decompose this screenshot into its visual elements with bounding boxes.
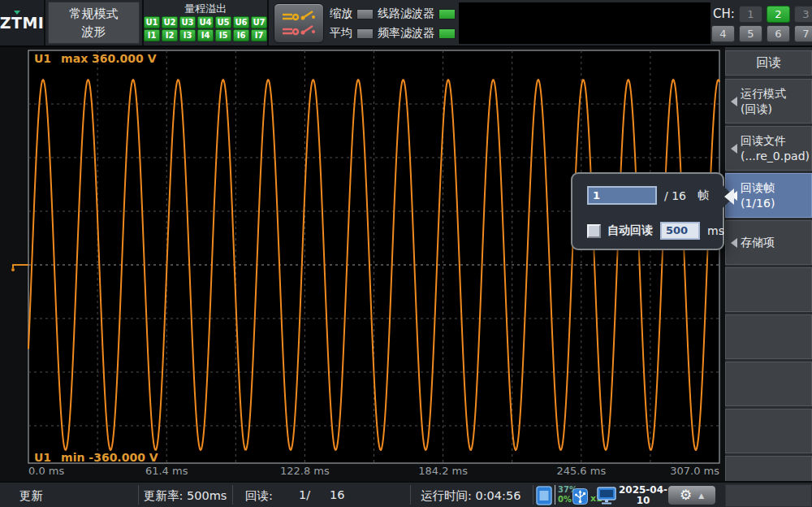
frame-unit-label: 帧 [698, 188, 709, 203]
overflow-badge-u6: U6 [233, 16, 249, 28]
auto-readback-checkbox[interactable] [587, 224, 601, 238]
storage-icon [536, 486, 552, 505]
separator [410, 485, 411, 505]
update-status: 更新 [19, 488, 43, 504]
gear-icon: ⚙ [680, 488, 692, 502]
sidebar-item-line1: 存储项 [741, 235, 775, 250]
datetime: 2025-04-10 11:47:19 [617, 485, 669, 507]
range-overflow-box: 量程溢出 U1U2U3U4U5U6U7 I1I2I3I4I5I6I7 [142, 0, 269, 46]
channel-button-3[interactable]: 3 [794, 6, 812, 23]
frame-number-input[interactable]: 1 [587, 186, 657, 205]
channel-selector: CH: 1234567 [711, 0, 812, 46]
freq-filter-indicator[interactable] [438, 28, 456, 39]
overflow-badge-i6: I6 [233, 29, 249, 41]
caret-up-icon: ▲ [698, 492, 704, 500]
overflow-i-row: I1I2I3I4I5I6I7 [144, 29, 267, 41]
channel-button-1[interactable]: 1 [739, 6, 762, 23]
waveform-display: U1max 360.000 V U1min -360.000 V 0.0 ms6… [0, 47, 725, 481]
chevron-left-icon [731, 238, 737, 248]
sidebar-empty-slot [725, 456, 812, 481]
separator [232, 485, 233, 505]
analyzer-screen: ZTMI 常规模式 波形 量程溢出 U1U2U3U4U5U6U7 I1I2I3I… [0, 0, 812, 507]
interval-input[interactable]: 500 [660, 222, 700, 240]
readback-label: 回读: [245, 488, 273, 504]
readback-frame-popup: 1 / 16 帧 自动回读 500 ms [571, 172, 724, 250]
sidebar-item-2[interactable]: 回读文件(...re_0.pad) [725, 126, 812, 171]
settings-button[interactable]: ⚙ ▲ [667, 485, 716, 505]
overflow-badge-u4: U4 [197, 16, 214, 28]
sidebar-item-label: 存储项 [741, 235, 775, 250]
mode-line2: 波形 [82, 24, 106, 40]
logo-box: ZTMI [0, 0, 45, 46]
sidebar-item-4[interactable]: 存储项 [725, 220, 812, 265]
zero-reference-icon [8, 258, 29, 272]
sidebar-item-line1: 运行模式 [741, 86, 786, 102]
sidebar-empty-slot [725, 362, 812, 406]
overflow-badge-u3: U3 [179, 16, 196, 28]
channel-label: CH: [713, 6, 737, 21]
sidebar-item-line1: 回读文件 [741, 133, 810, 149]
frame-total-label: / 16 [664, 189, 686, 202]
logo-accent-icon [14, 11, 20, 15]
time-tick-label: 0.0 ms [28, 465, 64, 477]
chevron-left-icon [731, 144, 737, 154]
sidebar-item-line2: (1/16) [741, 196, 775, 211]
statusbar-right-panel [725, 484, 812, 507]
channel-button-4[interactable]: 4 [711, 25, 735, 42]
time-tick-label: 61.4 ms [145, 465, 188, 477]
overflow-badge-u5: U5 [215, 16, 231, 28]
auto-readback-label: 自动回读 [607, 223, 653, 238]
sidebar-item-line2: (回读) [741, 102, 786, 117]
wiring-icon [279, 7, 319, 40]
line-filter-indicator[interactable] [438, 9, 456, 20]
sidebar-item-label: 回读帧(1/16) [741, 180, 775, 211]
line-filter-label: 线路滤波器 [378, 6, 434, 21]
sidebar-item-label: 回读文件(...re_0.pad) [741, 133, 810, 164]
overflow-badge-i3: I3 [179, 29, 196, 41]
overflow-badge-i5: I5 [215, 29, 231, 41]
time-tick-label: 184.2 ms [418, 465, 468, 477]
overflow-u-row: U1U2U3U4U5U6U7 [144, 16, 267, 28]
trace-max-label: U1max 360.000 V [34, 52, 157, 65]
overflow-badge-u1: U1 [144, 16, 160, 28]
avg-label: 平均 [330, 26, 352, 41]
time-tick-label: 122.8 ms [280, 465, 330, 477]
channel-button-6[interactable]: 6 [767, 25, 790, 42]
overflow-badge-i1: I1 [144, 29, 160, 41]
usb-icon [572, 488, 588, 505]
channel-button-2[interactable]: 2 [767, 6, 790, 23]
readback-current: 1/ [299, 488, 310, 501]
channel-button-5[interactable]: 5 [739, 25, 762, 42]
freq-filter-label: 频率滤波器 [378, 26, 434, 41]
sidebar-item-1[interactable]: 运行模式(回读) [725, 79, 812, 124]
overflow-badge-u7: U7 [251, 16, 267, 28]
zoom-indicator[interactable] [356, 9, 374, 20]
message-display-area [459, 2, 710, 44]
overflow-badge-i7: I7 [251, 29, 267, 41]
sidebar-item-3[interactable]: 回读帧(1/16) [725, 173, 812, 218]
trace-min-label: U1min -360.000 V [34, 451, 158, 464]
overflow-badge-u2: U2 [162, 16, 178, 28]
brand-logo: ZTMI [0, 14, 44, 32]
sidebar-item-line1: 回读帧 [741, 180, 775, 196]
update-rate: 更新率: 500ms [144, 488, 227, 504]
avg-indicator[interactable] [356, 28, 374, 39]
sidebar-empty-slot [725, 267, 812, 312]
interval-unit-label: ms [707, 224, 724, 237]
separator [533, 485, 533, 505]
channel-button-7[interactable]: 7 [794, 25, 812, 42]
network-monitor-icon [597, 487, 616, 505]
runtime: 运行时间: 0:04:56 [421, 488, 520, 504]
wiring-mode-button[interactable] [274, 3, 324, 43]
waveform-chart [24, 47, 723, 481]
mode-line1: 常规模式 [70, 6, 119, 22]
filter-panel: 缩放 线路滤波器 平均 频率滤波器 [330, 0, 458, 46]
time-tick-label: 245.6 ms [556, 465, 606, 477]
time-tick-label: 307.0 ms [670, 465, 719, 477]
sidebar-item-line2: (...re_0.pad) [741, 149, 810, 164]
top-bar: ZTMI 常规模式 波形 量程溢出 U1U2U3U4U5U6U7 I1I2I3I… [0, 0, 812, 47]
date: 2025-04-10 [617, 485, 669, 506]
separator [138, 485, 139, 505]
chevron-left-icon [731, 97, 737, 106]
status-bar: 更新 更新率: 500ms 回读: 1/ 16 运行时间: 0:04:56 37… [0, 481, 812, 507]
